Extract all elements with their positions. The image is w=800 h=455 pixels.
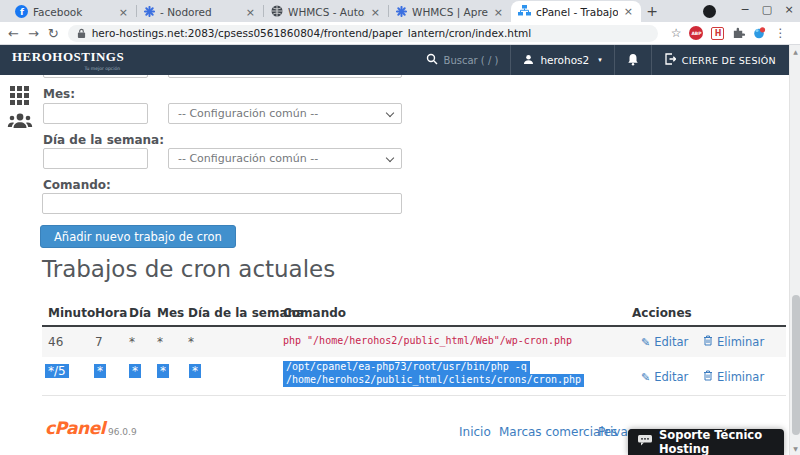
chevron-down-icon: ▾ — [598, 56, 602, 64]
window-close-button[interactable]: × — [778, 0, 800, 22]
new-tab-button[interactable]: + — [641, 3, 663, 19]
browser-tab-strip: f Facebook × - Nodored × WHMCS - Automat… — [0, 0, 800, 22]
cell-day: * — [129, 364, 141, 378]
cell-command: /opt/cpanel/ea-php73/root/usr/bin/php -q… — [283, 361, 584, 387]
browser-profile-avatar[interactable] — [703, 5, 716, 18]
close-icon[interactable]: × — [245, 6, 256, 19]
tab-nodored[interactable]: - Nodored × — [137, 2, 263, 22]
address-bar-actions: ☆ ABP H ⋮ — [671, 24, 787, 43]
tab-separator — [263, 5, 264, 17]
nodored-icon — [144, 6, 155, 19]
cron-jobs-table: Minuto Hora Día Mes Día de la semana Com… — [42, 303, 786, 397]
browser-menu-icon[interactable]: ⋮ — [774, 26, 786, 40]
close-icon[interactable]: × — [370, 6, 381, 19]
forward-icon[interactable]: → — [28, 26, 39, 41]
delete-label: Eliminar — [717, 335, 764, 349]
delete-link[interactable]: Eliminar — [703, 335, 764, 349]
edit-icon: ✎ — [641, 371, 650, 384]
edit-label: Editar — [654, 370, 688, 384]
close-icon[interactable]: × — [118, 6, 129, 19]
cell-minute: */5 — [45, 364, 69, 378]
tab-title: Facebook — [33, 6, 113, 18]
selected-command-line: /opt/cpanel/ea-php73/root/usr/bin/php -q — [283, 361, 530, 374]
cpanel-icon — [518, 5, 531, 18]
extensions-puzzle-icon[interactable] — [732, 24, 745, 43]
footer-link-inicio[interactable]: Inicio — [459, 425, 491, 439]
logout-button[interactable]: CIERRE DE SESIÓN — [651, 45, 788, 75]
column-header-command: Comando — [283, 306, 346, 320]
user-icon — [523, 54, 534, 67]
url-text: hero-hostings.net:2083/cpsess0561860804/… — [92, 27, 531, 39]
month-common-select[interactable]: -- Configuración común -- — [168, 103, 402, 124]
weekday-common-select[interactable]: -- Configuración común -- — [168, 148, 402, 169]
scrollbar-thumb[interactable] — [792, 295, 800, 435]
weekday-input[interactable] — [43, 148, 148, 169]
edit-label: Editar — [654, 335, 688, 349]
edit-link[interactable]: ✎Editar — [641, 335, 688, 349]
user-menu[interactable]: herohos2 ▾ — [510, 45, 613, 75]
selected-text: */5 — [45, 364, 69, 378]
trash-icon — [703, 370, 713, 384]
cell-day: * — [129, 335, 135, 349]
support-chat-button[interactable]: Soporte Técnico Hosting — [628, 429, 784, 455]
tab-separator — [136, 5, 137, 17]
month-input[interactable] — [43, 103, 148, 124]
delete-link[interactable]: Eliminar — [703, 370, 764, 384]
selected-text: * — [189, 364, 201, 378]
column-header-day: Día — [129, 306, 151, 320]
scroll-down-icon[interactable]: ▼ — [790, 445, 800, 452]
tab-whmcs-automation[interactable]: WHMCS - Automation Sta × — [264, 2, 388, 22]
bookmark-star-icon[interactable]: ☆ — [671, 26, 682, 40]
url-field[interactable]: hero-hostings.net:2083/cpsess0561860804/… — [68, 25, 658, 42]
selected-text: * — [94, 364, 106, 378]
logo-tagline: Tu mejor opción — [12, 66, 124, 71]
cron-table-row-selected: */5 * * * * /opt/cpanel/ea-php73/root/us… — [42, 357, 786, 396]
h-extension-icon[interactable]: H — [711, 27, 724, 40]
weekday-label: Día de la semana: — [43, 133, 164, 147]
logout-icon — [664, 53, 676, 67]
screen: f Facebook × - Nodored × WHMCS - Automat… — [0, 0, 800, 455]
close-icon[interactable]: × — [623, 5, 634, 18]
support-label: Soporte Técnico Hosting — [659, 428, 784, 455]
lock-icon — [77, 24, 86, 43]
select-value: -- Configuración común -- — [178, 107, 318, 120]
delete-label: Eliminar — [717, 370, 764, 384]
column-header-hour: Hora — [95, 306, 127, 320]
reload-icon[interactable]: ↻ — [48, 26, 59, 41]
adblock-extension-icon[interactable]: ABP — [689, 26, 703, 40]
tab-whmcs-aprende[interactable]: WHMCS | Aprende con N × — [389, 2, 511, 22]
add-cron-job-button[interactable]: Añadir nuevo trabajo de cron — [40, 225, 236, 248]
cell-weekday: * — [188, 335, 194, 349]
page-scrollbar[interactable]: ▲ ▼ — [789, 45, 800, 455]
window-maximize-button[interactable]: ▢ — [756, 0, 778, 22]
search-placeholder: Buscar ( / ) — [444, 55, 499, 66]
window-controls: − ▢ × — [703, 0, 800, 22]
window-minimize-button[interactable]: − — [734, 0, 756, 22]
column-header-actions: Acciones — [632, 306, 692, 320]
cpanel-header: HEROHOSTINGS Tu mejor opción Buscar ( / … — [0, 45, 800, 75]
edit-link[interactable]: ✎Editar — [641, 370, 688, 384]
close-icon[interactable]: × — [493, 6, 504, 19]
logout-label: CIERRE DE SESIÓN — [682, 55, 776, 66]
logo-text: HEROHOSTINGS — [12, 49, 124, 65]
tab-cpanel-cron[interactable]: cPanel - Trabajos de cron × — [511, 1, 641, 22]
chat-icon — [638, 435, 652, 449]
cell-month: * — [157, 364, 169, 378]
back-icon[interactable]: ← — [8, 26, 19, 41]
command-input[interactable] — [42, 193, 402, 214]
tab-title: WHMCS - Automation Sta — [288, 6, 365, 18]
cell-weekday: * — [189, 364, 201, 378]
sidebar-users-icon[interactable] — [7, 111, 33, 134]
tab-title: WHMCS | Aprende con N — [412, 6, 488, 18]
scroll-up-icon[interactable]: ▲ — [790, 48, 800, 55]
sidebar-apps-grid-icon[interactable] — [10, 86, 30, 110]
notifications-button[interactable] — [614, 45, 651, 75]
search-box[interactable]: Buscar ( / ) — [414, 45, 511, 75]
cron-table-row: 46 7 * * * php "/home/herohos2/public_ht… — [42, 327, 786, 357]
chevron-down-icon — [386, 154, 394, 162]
address-bar: ← → ↻ hero-hostings.net:2083/cpsess05618… — [0, 22, 800, 45]
colorful-extension-icon[interactable] — [753, 24, 766, 43]
column-header-month: Mes — [157, 306, 184, 320]
command-label: Comando: — [43, 178, 111, 192]
tab-facebook[interactable]: f Facebook × — [8, 2, 136, 22]
